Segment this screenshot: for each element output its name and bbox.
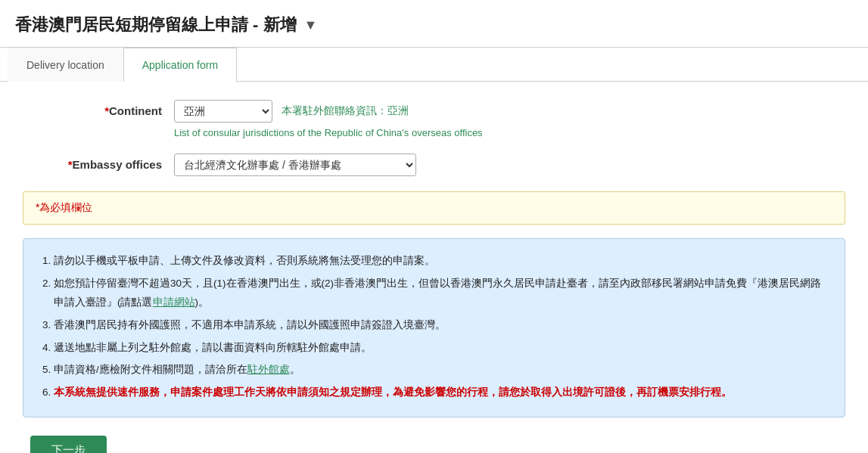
continent-row: *Continent 亞洲 歐洲 美洲 非洲 大洋洲 本署駐外館聯絡資訊：亞洲 … bbox=[23, 100, 845, 138]
embassy-select[interactable]: 台北經濟文化辦事處 / 香港辦事處 bbox=[174, 154, 416, 176]
page-title: 香港澳門居民短期停留線上申請 - 新增 bbox=[15, 14, 297, 36]
continent-info-link[interactable]: 本署駐外館聯絡資訊：亞洲 bbox=[282, 104, 409, 118]
continent-select[interactable]: 亞洲 歐洲 美洲 非洲 大洋洲 bbox=[174, 100, 272, 123]
list-item: 本系統無提供速件服務，申請案件處理工作天將依申請須知之規定辦理，為避免影響您的行… bbox=[54, 383, 829, 402]
embassy-label: *Embassy offices bbox=[23, 154, 174, 171]
embassy-field: 台北經濟文化辦事處 / 香港辦事處 bbox=[174, 154, 845, 176]
list-item: 申請資格/應檢附文件相關問題，請洽所在駐外館處。 bbox=[54, 360, 829, 380]
list-item: 請勿以手機或平板申請、上傳文件及修改資料，否則系統將無法受理您的申請案。 bbox=[54, 251, 829, 271]
required-notice: *為必填欄位 bbox=[23, 191, 845, 225]
continent-label: *Continent bbox=[23, 100, 174, 117]
info-box: 請勿以手機或平板申請、上傳文件及修改資料，否則系統將無法受理您的申請案。 如您預… bbox=[23, 238, 845, 417]
chevron-down-icon[interactable]: ▼ bbox=[304, 17, 318, 33]
overseas-office-link[interactable]: 駐外館處 bbox=[247, 364, 290, 375]
tab-application[interactable]: Application form bbox=[123, 48, 237, 82]
embassy-row: *Embassy offices 台北經濟文化辦事處 / 香港辦事處 bbox=[23, 154, 845, 176]
consular-jurisdictions-link[interactable]: List of consular jurisdictions of the Re… bbox=[174, 127, 845, 138]
next-button[interactable]: 下一步 bbox=[30, 436, 107, 453]
list-item: 香港澳門居民持有外國護照，不適用本申請系統，請以外國護照申請簽證入境臺灣。 bbox=[54, 315, 829, 335]
list-item: 如您預計停留臺灣不超過30天，且(1)在香港澳門出生，或(2)非香港澳門出生，但… bbox=[54, 274, 829, 312]
list-item: 遞送地點非屬上列之駐外館處，請以書面資料向所轄駐外館處申請。 bbox=[54, 338, 829, 358]
tabs-bar: Delivery location Application form bbox=[0, 48, 868, 82]
button-area: 下一步 bbox=[23, 436, 845, 453]
application-site-link[interactable]: 申請網站 bbox=[153, 296, 195, 308]
continent-field: 亞洲 歐洲 美洲 非洲 大洋洲 本署駐外館聯絡資訊：亞洲 List of con… bbox=[174, 100, 845, 138]
tab-delivery[interactable]: Delivery location bbox=[8, 48, 123, 82]
